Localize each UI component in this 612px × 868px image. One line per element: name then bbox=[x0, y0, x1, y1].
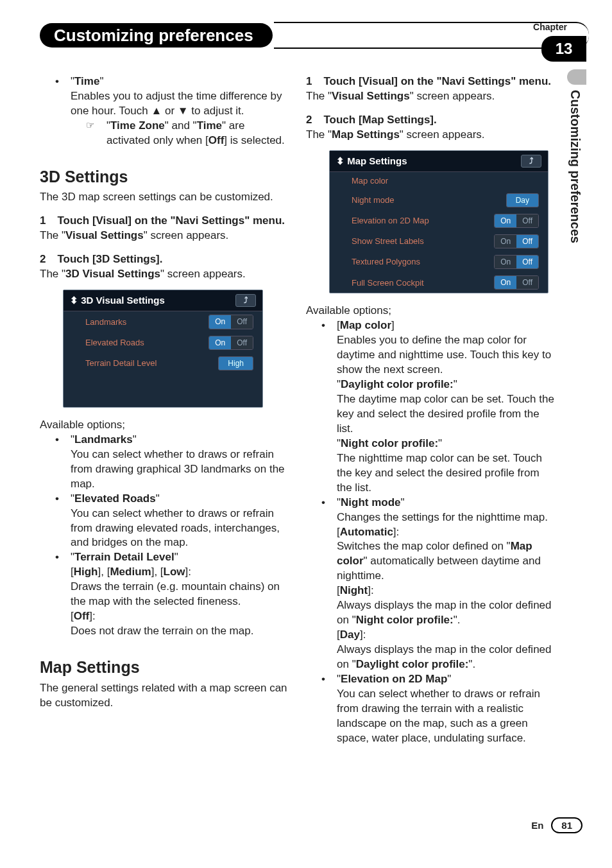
heading-map-settings: Map Settings bbox=[40, 657, 291, 679]
left-column: • "Time" Enables you to adjust the time … bbox=[40, 74, 291, 746]
intro-map: The general settings related with a map … bbox=[40, 681, 291, 711]
ss2-row-street-labels[interactable]: Show Street Labels OnOff bbox=[330, 231, 548, 252]
right-column: 1Touch [Visual] on the "Navi Settings" m… bbox=[306, 74, 557, 746]
ss1-row-landmarks[interactable]: Landmarks OnOff bbox=[64, 311, 262, 332]
step-2: 2Touch [3D Settings]. bbox=[40, 252, 291, 267]
content-columns: • "Time" Enables you to adjust the time … bbox=[40, 74, 557, 746]
r-step-1-sub: The "Visual Settings" screen appears. bbox=[306, 89, 557, 104]
r-step-1: 1Touch [Visual] on the "Navi Settings" m… bbox=[306, 74, 557, 89]
bullet-map-color: • [Map color] Enables you to define the … bbox=[306, 318, 557, 495]
side-grey-tab bbox=[567, 69, 586, 85]
pointer-icon: ☞ bbox=[86, 119, 106, 148]
side-section-label: Customizing preferences bbox=[568, 90, 582, 243]
r-step-2-sub: The "Map Settings" screen appears. bbox=[306, 128, 557, 143]
page-title-pill: Customizing preferences bbox=[40, 23, 273, 48]
bullet-landmarks: • "Landmarks"You can select whether to d… bbox=[40, 433, 291, 492]
r-available-options: Available options; bbox=[306, 304, 557, 318]
heading-3d-settings: 3D Settings bbox=[40, 166, 291, 188]
header-row: Customizing preferences bbox=[40, 22, 589, 49]
hand-note-text: "Time Zone" and "Time" are activated onl… bbox=[106, 119, 291, 148]
bullet-elevation-2d: • "Elevation on 2D Map" You can select w… bbox=[306, 672, 557, 746]
footer-lang: En bbox=[531, 820, 543, 831]
toggle-landmarks[interactable]: OnOff bbox=[208, 315, 253, 329]
footer: En 81 bbox=[531, 817, 582, 833]
available-options: Available options; bbox=[40, 418, 291, 433]
step-2-sub: The "3D Visual Settings" screen appears. bbox=[40, 267, 291, 282]
time-desc: Enables you to adjust the time differenc… bbox=[71, 90, 282, 117]
toggle-textured[interactable]: OnOff bbox=[494, 255, 539, 269]
ss1-row-terrain[interactable]: Terrain Detail Level High bbox=[64, 353, 262, 374]
chapter-number-tab: 13 bbox=[541, 36, 586, 62]
screenshot-map-settings: ⬍ Map Settings ⤴ Map color Night mode Da… bbox=[329, 150, 548, 294]
bullet-night-mode: • "Night mode" Changes the settings for … bbox=[306, 496, 557, 672]
back-icon[interactable]: ⤴ bbox=[235, 294, 256, 307]
toggle-elevated[interactable]: OnOff bbox=[208, 336, 253, 350]
back-icon[interactable]: ⤴ bbox=[521, 155, 541, 168]
bullet-elevated-roads: • "Elevated Roads"You can select whether… bbox=[40, 492, 291, 551]
bullet-terrain-detail: • "Terrain Detail Level" [High], [Medium… bbox=[40, 550, 291, 639]
intro-3d: The 3D map screen settings can be custom… bbox=[40, 190, 291, 205]
page-title: Customizing preferences bbox=[54, 26, 253, 46]
time-title: Time bbox=[74, 75, 99, 87]
bullet-dot: • bbox=[55, 74, 71, 148]
toggle-elevation[interactable]: OnOff bbox=[494, 214, 539, 228]
hand-note: ☞ "Time Zone" and "Time" are activated o… bbox=[71, 119, 291, 148]
step-1-sub: The "Visual Settings" screen appears. bbox=[40, 229, 291, 243]
ss2-row-elevation[interactable]: Elevation on 2D Map OnOff bbox=[330, 211, 548, 231]
ss2-row-nightmode[interactable]: Night mode Day bbox=[330, 190, 548, 211]
chapter-number: 13 bbox=[556, 40, 573, 58]
chapter-label: Chapter bbox=[533, 22, 567, 32]
ss2-row-mapcolor[interactable]: Map color bbox=[330, 172, 548, 190]
page-number: 81 bbox=[551, 817, 582, 833]
step-1: 1Touch [Visual] on the "Navi Settings" m… bbox=[40, 214, 291, 229]
r-step-2: 2Touch [Map Settings]. bbox=[306, 113, 557, 128]
toggle-street-labels[interactable]: OnOff bbox=[494, 234, 539, 248]
value-nightmode[interactable]: Day bbox=[506, 193, 539, 207]
ss2-row-cockpit[interactable]: Full Screen Cockpit OnOff bbox=[330, 272, 548, 293]
ss2-titlebar: ⬍ Map Settings ⤴ bbox=[330, 151, 548, 172]
ss1-row-elevated[interactable]: Elevated Roads OnOff bbox=[64, 333, 262, 353]
ss1-titlebar: ⬍ 3D Visual Settings ⤴ bbox=[64, 290, 262, 311]
bullet-time: • "Time" Enables you to adjust the time … bbox=[40, 74, 291, 148]
screenshot-3d-visual-settings: ⬍ 3D Visual Settings ⤴ Landmarks OnOff E… bbox=[63, 290, 263, 408]
value-terrain[interactable]: High bbox=[218, 356, 253, 370]
ss2-row-textured[interactable]: Textured Polygons OnOff bbox=[330, 252, 548, 272]
toggle-cockpit[interactable]: OnOff bbox=[494, 275, 539, 290]
